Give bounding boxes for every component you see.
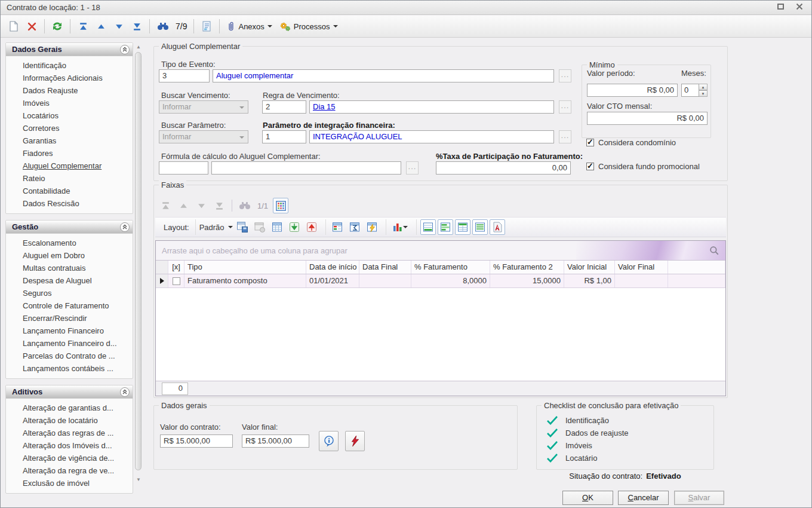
sidebar-item-lancamento-financeiro[interactable]: Lançamento Financeiro xyxy=(6,325,133,337)
close-icon[interactable] xyxy=(796,3,803,10)
section-header-gestao[interactable]: Gestão xyxy=(6,221,133,234)
sidebar-item-alteracao-regras[interactable]: Alteração das regras de ... xyxy=(6,427,133,439)
parametro-lookup-button[interactable]: ... xyxy=(559,130,571,143)
previous-record-button[interactable] xyxy=(93,18,109,35)
search-records-button[interactable] xyxy=(154,18,172,35)
refresh-button[interactable] xyxy=(49,18,66,35)
delete-layout-button[interactable] xyxy=(252,219,267,235)
grid-previous-row-button[interactable] xyxy=(176,198,191,213)
section-header-dados-gerais[interactable]: Dados Gerais xyxy=(6,43,133,56)
collapse-chevron-icon[interactable] xyxy=(120,45,130,54)
column-header-tipo[interactable]: Tipo xyxy=(184,261,306,274)
scrollbar-thumb[interactable] xyxy=(135,52,142,470)
sidebar-item-aluguel-complementar[interactable]: Aluguel Complementar xyxy=(6,160,133,172)
save-layout-button[interactable] xyxy=(235,219,250,235)
collapse-chevron-icon[interactable] xyxy=(120,222,130,232)
sidebar-item-alteracao-locatario[interactable]: Alteração de locatário xyxy=(6,414,133,427)
view-header-button[interactable] xyxy=(455,219,470,235)
delete-record-button[interactable] xyxy=(23,18,40,35)
parametro-code-field[interactable]: 1 xyxy=(262,130,306,143)
considera-condominio-checkbox[interactable]: Considera condomínio xyxy=(586,138,676,147)
sidebar-item-fiadores[interactable]: Fiadores xyxy=(6,147,133,160)
valor-final-field[interactable]: R$ 15.000,00 xyxy=(242,434,309,448)
cancel-button[interactable]: Cancelar xyxy=(618,491,669,505)
column-header-data-inicio[interactable]: Data de início xyxy=(306,261,359,274)
sidebar-item-garantias[interactable]: Garantias xyxy=(6,134,133,147)
sidebar-item-encerrar-rescindir[interactable]: Encerrar/Rescindir xyxy=(6,312,133,325)
sidebar-item-lancamento-financeiro-d[interactable]: Lançamento Financeiro d... xyxy=(6,337,133,350)
scroll-up-icon[interactable]: ▲ xyxy=(134,42,143,51)
anexos-button[interactable]: Anexos xyxy=(224,18,275,35)
parametro-value-field[interactable]: INTEGRAÇÃO ALUGUEL xyxy=(309,130,554,143)
new-record-button[interactable] xyxy=(5,18,22,35)
conditional-formatting-button[interactable] xyxy=(330,219,345,235)
spin-up-icon[interactable]: ▲ xyxy=(699,84,708,90)
sidebar-item-exclusao-de-imovel[interactable]: Exclusão de imóvel xyxy=(6,477,133,489)
sidebar-item-controle-de-faturamento[interactable]: Controle de Faturamento xyxy=(6,299,133,312)
buscar-parametro-combo[interactable]: Informar xyxy=(159,130,248,143)
last-record-button[interactable] xyxy=(128,18,145,35)
meses-stepper[interactable]: 0 ▲ ▼ xyxy=(681,84,708,97)
meses-value[interactable]: 0 xyxy=(681,84,699,97)
processos-button[interactable]: Processos xyxy=(276,18,341,35)
buscar-vencimento-combo[interactable]: Informar xyxy=(159,100,248,114)
sidebar-item-alteracao-regra-ve[interactable]: Alteração da regra de ve... xyxy=(6,464,133,477)
sidebar-item-informacoes-adicionais[interactable]: Informações Adicionais xyxy=(6,72,133,84)
tipo-evento-value-field[interactable]: Aluguel complementar xyxy=(213,69,554,82)
collapse-chevron-icon[interactable] xyxy=(120,387,130,397)
search-icon[interactable] xyxy=(709,245,719,256)
view-rows-button[interactable] xyxy=(472,219,488,235)
grid-search-button[interactable] xyxy=(237,198,253,213)
column-header-perc-faturamento-2[interactable]: % Faturamento 2 xyxy=(490,261,564,274)
sidebar-item-rateio[interactable]: Rateio xyxy=(6,172,133,185)
view-footer-button[interactable] xyxy=(420,219,436,235)
sidebar-item-dados-rescisao[interactable]: Dados Rescisão xyxy=(6,197,133,210)
sidebar-item-seguros[interactable]: Seguros xyxy=(6,287,133,299)
regra-vencimento-value-link[interactable]: Dia 15 xyxy=(309,100,554,114)
scroll-down-icon[interactable]: ▼ xyxy=(134,475,143,483)
column-header-valor-inicial[interactable]: Valor Inicial xyxy=(564,261,615,274)
column-header-data-final[interactable]: Data Final xyxy=(359,261,411,274)
grid-color-panel-button[interactable] xyxy=(273,198,288,213)
sidebar-item-alteracao-imoveis[interactable]: Alteração dos Imóveis d... xyxy=(6,439,133,452)
column-chooser-button[interactable] xyxy=(269,219,285,235)
export-layout-button[interactable] xyxy=(287,219,302,235)
sidebar-item-dados-reajuste[interactable]: Dados Reajuste xyxy=(6,84,133,97)
sidebar-item-locatarios[interactable]: Locatários xyxy=(6,109,133,122)
sidebar-item-identificacao[interactable]: Identificação xyxy=(6,59,133,72)
first-record-button[interactable] xyxy=(75,18,91,35)
section-header-aditivos[interactable]: Aditivos xyxy=(6,385,133,399)
totals-button[interactable] xyxy=(347,219,362,235)
recalculate-button[interactable] xyxy=(345,431,365,451)
grid-first-row-button[interactable] xyxy=(158,198,173,213)
valor-cto-field[interactable]: R$ 0,00 xyxy=(587,112,708,125)
report-button[interactable] xyxy=(198,18,215,35)
sidebar-item-parcelas-do-contrato[interactable]: Parcelas do Contrato de ... xyxy=(6,350,133,362)
import-layout-button[interactable] xyxy=(304,219,319,235)
sidebar-item-multas-contratuais[interactable]: Multas contratuais xyxy=(6,262,133,274)
sidebar-item-alteracao-garantias[interactable]: Alteração de garantias d... xyxy=(6,402,133,414)
info-button[interactable] xyxy=(319,431,339,451)
next-record-button[interactable] xyxy=(110,18,127,35)
tipo-evento-lookup-button[interactable]: ... xyxy=(559,69,571,82)
valor-periodo-field[interactable]: R$ 0,00 xyxy=(587,84,678,97)
taxa-participacao-field[interactable]: 0,00 xyxy=(436,161,571,175)
formula-value-field[interactable] xyxy=(211,161,401,175)
sidebar-item-aluguel-em-dobro[interactable]: Aluguel em Dobro xyxy=(6,249,133,262)
table-row[interactable]: Faturamento composto 01/01/2021 8,0000 1… xyxy=(156,274,725,288)
chart-button[interactable] xyxy=(390,219,410,235)
sidebar-item-escalonamento[interactable]: Escalonamento xyxy=(6,237,133,249)
grid-groupby-bar[interactable]: Arraste aqui o cabeçalho de uma coluna p… xyxy=(156,241,725,261)
sidebar-item-lancamentos-contabeis[interactable]: Lançamentos contábeis ... xyxy=(6,362,133,375)
grid-last-row-button[interactable] xyxy=(211,198,227,213)
grid-next-row-button[interactable] xyxy=(193,198,209,213)
formula-lookup-button[interactable]: ... xyxy=(406,161,419,175)
sidebar-item-contabilidade[interactable]: Contabilidade xyxy=(6,185,133,197)
maximize-icon[interactable] xyxy=(777,4,784,10)
regra-vencimento-code-field[interactable]: 2 xyxy=(262,100,306,114)
formula-code-field[interactable] xyxy=(159,161,208,175)
spin-down-icon[interactable]: ▼ xyxy=(699,90,708,97)
font-style-button[interactable] xyxy=(490,219,505,235)
sidebar-item-despesa-de-aluguel[interactable]: Despesa de Aluguel xyxy=(6,274,133,287)
column-header-check[interactable]: [x] xyxy=(168,261,184,274)
